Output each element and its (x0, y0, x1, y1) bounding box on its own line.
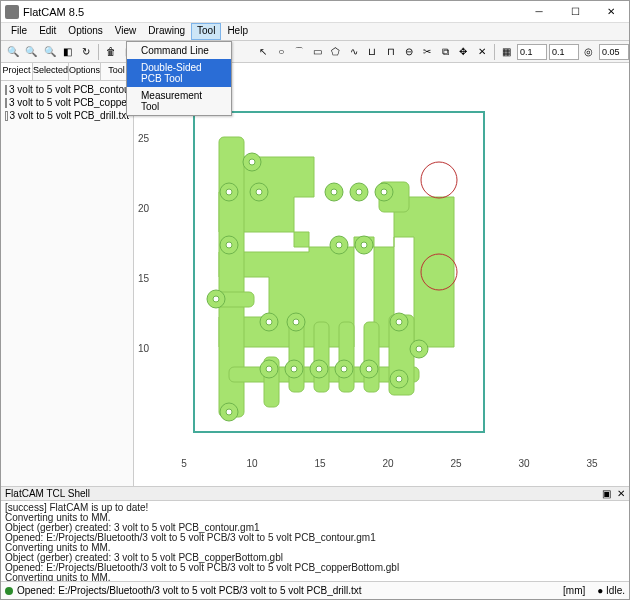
copper-layer (209, 137, 454, 417)
svg-point-19 (213, 296, 219, 302)
separator (494, 44, 495, 60)
svg-point-21 (226, 409, 232, 415)
statusbar: Opened: E:/Projects/Bluetooth/3 volt to … (1, 581, 629, 599)
menu-options[interactable]: Options (62, 23, 108, 40)
svg-point-27 (266, 366, 272, 372)
tree-row[interactable]: 3 volt to 5 volt PCB_contour.gm1 (3, 83, 131, 96)
status-dot-icon (5, 587, 13, 595)
maximize-button[interactable]: ☐ (561, 3, 589, 21)
ytick: 10 (138, 343, 150, 354)
zoom-out-icon[interactable]: 🔍 (23, 43, 39, 61)
svg-point-25 (293, 319, 299, 325)
menu-help[interactable]: Help (221, 23, 254, 40)
menu-tool[interactable]: Tool (191, 23, 221, 40)
window-title: FlatCAM 8.5 (23, 6, 525, 18)
tool-dropdown: Command Line Double-Sided PCB Tool Measu… (126, 41, 232, 116)
grid-icon[interactable]: ▦ (499, 43, 515, 61)
move-icon[interactable]: ✥ (455, 43, 471, 61)
draw-poly-icon[interactable]: ⬠ (328, 43, 344, 61)
menu-edit[interactable]: Edit (33, 23, 62, 40)
tree-item-label: 3 volt to 5 volt PCB_copperBottom.gbl (9, 97, 133, 108)
svg-point-47 (381, 189, 387, 195)
svg-point-51 (361, 242, 367, 248)
shell-header: FlatCAM TCL Shell ▣ ✕ (1, 487, 629, 501)
draw-circle-icon[interactable]: ○ (273, 43, 289, 61)
menu-drawing[interactable]: Drawing (142, 23, 191, 40)
checkbox-icon[interactable] (5, 111, 8, 121)
grid-x-input[interactable] (517, 44, 547, 60)
copy-icon[interactable]: ⧉ (437, 43, 453, 61)
svg-point-11 (249, 159, 255, 165)
union-icon[interactable]: ⊔ (364, 43, 380, 61)
replot-icon[interactable]: ↻ (78, 43, 94, 61)
plot-canvas[interactable]: 25 20 15 10 5 10 15 20 25 30 35 (134, 63, 629, 486)
main-area: Project Selected Options Tool 3 volt to … (1, 63, 629, 486)
tool-item-double-sided[interactable]: Double-Sided PCB Tool (127, 59, 231, 87)
draw-path-icon[interactable]: ∿ (346, 43, 362, 61)
svg-point-15 (256, 189, 262, 195)
shell-title: FlatCAM TCL Shell (5, 488, 90, 499)
tree-row[interactable]: 3 volt to 5 volt PCB_copperBottom.gbl (3, 96, 131, 109)
grid-y-input[interactable] (549, 44, 579, 60)
tree-item-label: 3 volt to 5 volt PCB_contour.gm1 (9, 84, 133, 95)
menu-view[interactable]: View (109, 23, 143, 40)
draw-arc-icon[interactable]: ⌒ (291, 43, 307, 61)
tree-row[interactable]: 3 volt to 5 volt PCB_drill.txt (3, 109, 131, 122)
close-button[interactable]: ✕ (597, 3, 625, 21)
status-text: Opened: E:/Projects/Bluetooth/3 volt to … (17, 585, 362, 596)
mounting-hole (421, 162, 457, 198)
svg-point-37 (396, 319, 402, 325)
svg-rect-4 (289, 322, 304, 392)
svg-point-45 (356, 189, 362, 195)
shell-undock-icon[interactable]: ▣ (602, 488, 611, 499)
app-icon (5, 5, 19, 19)
snap-input[interactable] (599, 44, 629, 60)
tool-item-command-line[interactable]: Command Line (127, 42, 231, 59)
snap-icon[interactable]: ◎ (581, 43, 597, 61)
tool-item-measurement[interactable]: Measurement Tool (127, 87, 231, 115)
clear-plot-icon[interactable]: ◧ (60, 43, 76, 61)
ytick: 15 (138, 273, 150, 284)
draw-rect-icon[interactable]: ▭ (310, 43, 326, 61)
status-units: [mm] (563, 585, 585, 596)
menubar: File Edit Options View Drawing Tool Help (1, 23, 629, 41)
checkbox-icon[interactable] (5, 98, 7, 108)
status-state: Idle. (606, 585, 625, 596)
app-window: FlatCAM 8.5 ─ ☐ ✕ File Edit Options View… (0, 0, 630, 600)
intersect-icon[interactable]: ⊓ (382, 43, 398, 61)
ytick: 25 (138, 133, 150, 144)
xtick: 25 (450, 458, 462, 469)
select-icon[interactable]: ↖ (255, 43, 271, 61)
shell-line: Converting units to MM. (5, 573, 625, 581)
svg-point-31 (316, 366, 322, 372)
tcl-shell: FlatCAM TCL Shell ▣ ✕ [success] FlatCAM … (1, 486, 629, 581)
delete2-icon[interactable]: ✕ (474, 43, 490, 61)
svg-point-39 (396, 376, 402, 382)
shell-close-icon[interactable]: ✕ (617, 488, 625, 499)
xtick: 30 (518, 458, 530, 469)
minimize-button[interactable]: ─ (525, 3, 553, 21)
ytick: 20 (138, 203, 150, 214)
titlebar: FlatCAM 8.5 ─ ☐ ✕ (1, 1, 629, 23)
svg-rect-5 (314, 322, 329, 392)
svg-point-17 (226, 242, 232, 248)
svg-point-35 (366, 366, 372, 372)
xtick: 15 (314, 458, 326, 469)
svg-point-41 (416, 346, 422, 352)
shell-body[interactable]: [success] FlatCAM is up to date! Convert… (1, 501, 629, 581)
project-tree: 3 volt to 5 volt PCB_contour.gm1 3 volt … (1, 81, 133, 486)
tab-project[interactable]: Project (1, 63, 33, 80)
delete-icon[interactable]: 🗑 (103, 43, 119, 61)
menu-file[interactable]: File (5, 23, 33, 40)
tab-options[interactable]: Options (69, 63, 101, 80)
subtract-icon[interactable]: ⊖ (401, 43, 417, 61)
svg-point-29 (291, 366, 297, 372)
cut-icon[interactable]: ✂ (419, 43, 435, 61)
zoom-fit-icon[interactable]: 🔍 (5, 43, 21, 61)
tree-item-label: 3 volt to 5 volt PCB_drill.txt (10, 110, 130, 121)
tab-selected[interactable]: Selected (33, 63, 69, 80)
zoom-in-icon[interactable]: 🔍 (41, 43, 57, 61)
checkbox-icon[interactable] (5, 85, 7, 95)
svg-point-33 (341, 366, 347, 372)
separator (98, 44, 99, 60)
